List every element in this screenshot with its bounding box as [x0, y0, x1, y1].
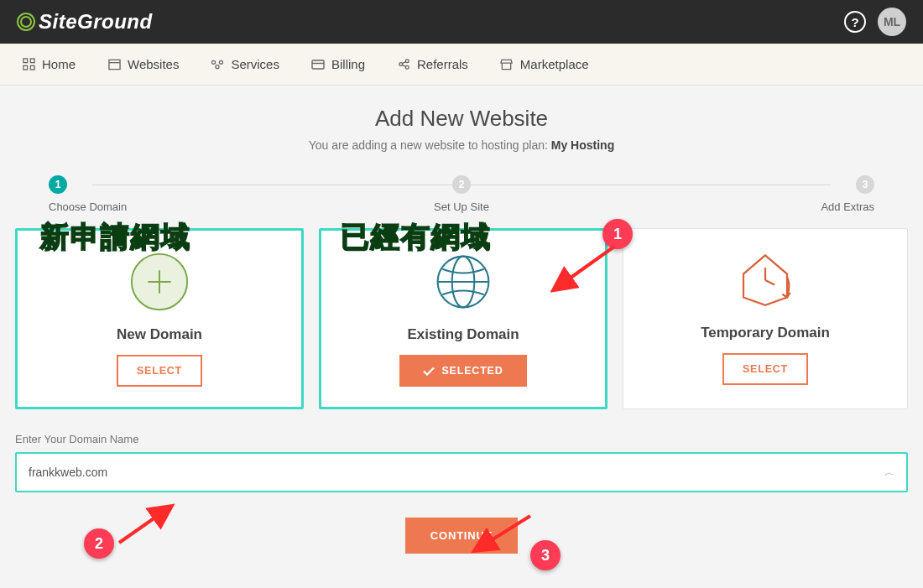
- step-number: 3: [856, 175, 874, 194]
- annotation-badge-3: 3: [530, 540, 561, 570]
- plan-name: My Hosting: [551, 138, 614, 152]
- card-title: New Domain: [117, 326, 202, 343]
- svg-rect-2: [23, 65, 27, 70]
- store-icon: [500, 58, 514, 71]
- step-number: 2: [452, 175, 471, 194]
- svg-point-11: [399, 63, 402, 66]
- logo-swirl-icon: [17, 13, 35, 31]
- plus-circle-icon: [127, 249, 192, 315]
- svg-rect-9: [312, 60, 324, 69]
- card-title: Existing Domain: [407, 326, 519, 343]
- nav-label: Websites: [128, 57, 179, 71]
- select-temporary-domain-button[interactable]: SELECT: [722, 353, 808, 385]
- nav-home[interactable]: Home: [22, 57, 76, 71]
- check-icon: [423, 367, 435, 376]
- nav-label: Marketplace: [520, 57, 589, 71]
- chevron-up-icon[interactable]: ︿: [884, 466, 894, 480]
- window-icon: [107, 58, 121, 71]
- svg-line-15: [402, 65, 405, 66]
- top-bar: SiteGround ? ML: [0, 0, 923, 44]
- svg-point-13: [405, 65, 409, 69]
- annotation-existing-domain-text: 已經有網域: [341, 218, 492, 257]
- svg-point-8: [216, 65, 219, 68]
- nav-label: Referrals: [417, 57, 468, 71]
- nav-websites[interactable]: Websites: [107, 57, 179, 71]
- domain-input[interactable]: [29, 466, 884, 479]
- globe-icon: [431, 249, 495, 315]
- main-nav: Home Websites Services Billing Referrals…: [0, 44, 923, 86]
- subtitle-prefix: You are adding a new website to hosting …: [309, 138, 551, 152]
- step-label: Add Extras: [821, 200, 874, 213]
- annotation-badge-2: 2: [84, 528, 114, 559]
- continue-button[interactable]: CONTINUE: [405, 518, 518, 554]
- card-icon: [311, 58, 325, 71]
- grid-icon: [22, 58, 35, 71]
- step-set-up-site: 2 Set Up Site: [324, 175, 599, 213]
- services-icon: [211, 58, 224, 71]
- nav-referrals[interactable]: Referrals: [397, 57, 468, 71]
- page-title: Add New Website: [15, 106, 908, 132]
- topbar-right: ? ML: [844, 8, 906, 36]
- svg-point-6: [212, 60, 216, 64]
- select-new-domain-button[interactable]: SELECT: [117, 355, 202, 387]
- annotation-new-domain-text: 新申請網域: [40, 218, 191, 257]
- step-number: 1: [49, 175, 67, 194]
- nav-label: Home: [42, 57, 76, 71]
- card-title: Temporary Domain: [701, 325, 830, 341]
- card-temporary-domain[interactable]: Temporary Domain SELECT: [623, 228, 908, 409]
- step-label: Choose Domain: [49, 200, 127, 213]
- page-subtitle: You are adding a new website to hosting …: [15, 138, 908, 152]
- nav-label: Services: [231, 57, 279, 71]
- domain-input-box[interactable]: ︿: [15, 452, 908, 492]
- svg-line-14: [402, 62, 405, 64]
- svg-rect-3: [30, 65, 34, 70]
- svg-point-7: [220, 60, 223, 64]
- step-label: Set Up Site: [434, 200, 489, 213]
- nav-marketplace[interactable]: Marketplace: [500, 57, 589, 71]
- avatar[interactable]: ML: [878, 8, 906, 36]
- clock-arrow-icon: [733, 247, 798, 313]
- progress-stepper: 1 Choose Domain 2 Set Up Site 3 Add Extr…: [49, 175, 874, 213]
- nav-services[interactable]: Services: [211, 57, 279, 71]
- svg-line-23: [765, 280, 774, 285]
- nav-label: Billing: [331, 57, 365, 71]
- help-icon[interactable]: ?: [844, 11, 866, 33]
- domain-field-label: Enter Your Domain Name: [15, 433, 908, 445]
- annotation-badge-1: 1: [602, 219, 633, 249]
- svg-rect-1: [30, 59, 34, 63]
- share-icon: [397, 58, 410, 71]
- step-choose-domain: 1 Choose Domain: [49, 175, 324, 213]
- brand-logo[interactable]: SiteGround: [17, 10, 153, 34]
- page-content: Add New Website You are adding a new web…: [0, 86, 923, 554]
- svg-point-12: [405, 60, 409, 63]
- svg-rect-4: [108, 60, 119, 69]
- svg-rect-0: [23, 59, 27, 63]
- step-add-extras: 3 Add Extras: [599, 175, 874, 213]
- selected-existing-domain-button[interactable]: SELECTED: [399, 355, 526, 387]
- brand-text: SiteGround: [39, 10, 153, 34]
- button-label: SELECTED: [441, 365, 503, 377]
- nav-billing[interactable]: Billing: [311, 57, 365, 71]
